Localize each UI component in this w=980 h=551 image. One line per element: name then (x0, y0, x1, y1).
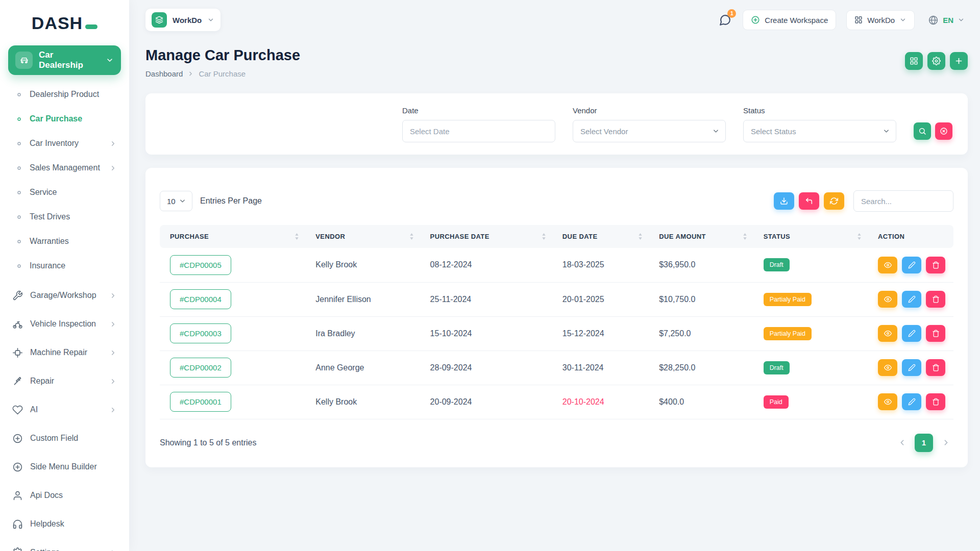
sidebar-item-side-menu-builder[interactable]: Side Menu Builder (0, 453, 129, 481)
sidebar-item-car-inventory[interactable]: Car Inventory (0, 131, 129, 156)
view-button[interactable] (878, 257, 897, 273)
chevron-right-icon (109, 292, 117, 299)
language-selector[interactable]: EN (925, 14, 968, 26)
column-header-due-amount[interactable]: DUE AMOUNT (651, 225, 755, 248)
date-filter-input[interactable] (402, 120, 555, 142)
sidebar-item-test-drives[interactable]: Test Drives (0, 205, 129, 229)
edit-button[interactable] (902, 257, 921, 273)
sidebar-item-sales-management[interactable]: Sales Management (0, 156, 129, 180)
messages-button[interactable]: 1 (717, 12, 732, 28)
undo-button[interactable] (799, 192, 819, 210)
eye-icon (884, 330, 892, 337)
entries-per-page-select[interactable]: 10 (160, 191, 192, 211)
refresh-button[interactable] (824, 192, 844, 210)
clear-filter-button[interactable] (935, 122, 952, 140)
due-date-cell: 20-01-2025 (554, 282, 651, 316)
status-badge: Partialy Paid (764, 293, 812, 306)
purchase-table-card: 10 Entries Per Page (145, 168, 968, 467)
add-purchase-button[interactable] (950, 52, 968, 70)
sort-icon (295, 233, 299, 240)
action-cell (870, 248, 953, 282)
sidebar-item-label: Machine Repair (30, 348, 87, 357)
sidebar-item-label: Garage/Workshop (30, 291, 96, 300)
edit-button[interactable] (902, 359, 921, 376)
purchase-cell: #CDP00004 (160, 282, 307, 316)
column-header-status[interactable]: STATUS (755, 225, 870, 248)
column-header-due-date[interactable]: DUE DATE (554, 225, 651, 248)
column-header-purchase[interactable]: PURCHASE (160, 225, 307, 248)
view-button[interactable] (878, 291, 897, 308)
status-filter-select[interactable]: Select Status (743, 120, 896, 142)
pagination: 1 (894, 434, 953, 452)
brand-logo[interactable]: DASH (0, 0, 129, 39)
sidebar-item-machine-repair[interactable]: Machine Repair (0, 338, 129, 367)
circle-icon (16, 116, 22, 122)
sidebar-item-vehicle-inspection[interactable]: Vehicle Inspection (0, 310, 129, 338)
status-badge: Draft (764, 361, 790, 374)
sidebar-item-insurance[interactable]: Insurance (0, 254, 129, 278)
sidebar-item-api-docs[interactable]: Api Docs (0, 481, 129, 510)
sidebar-item-repair[interactable]: Repair (0, 367, 129, 395)
purchase-number-button[interactable]: #CDP00002 (170, 358, 231, 378)
sidebar-item-dealership-product[interactable]: Dealership Product (0, 82, 129, 107)
delete-button[interactable] (926, 393, 945, 410)
apply-filter-button[interactable] (914, 122, 931, 140)
sidebar-item-service[interactable]: Service (0, 180, 129, 205)
export-button[interactable] (774, 192, 794, 210)
sidebar-item-label: AI (30, 405, 38, 414)
page-number-button[interactable]: 1 (915, 434, 933, 452)
workspace-switcher[interactable]: WorkDo (145, 9, 220, 31)
prev-page-button[interactable] (894, 435, 910, 450)
sidebar-item-settings[interactable]: Settings (0, 538, 129, 551)
edit-button[interactable] (902, 393, 921, 410)
purchase-number-button[interactable]: #CDP00003 (170, 323, 231, 343)
sidebar-item-warranties[interactable]: Warranties (0, 229, 129, 254)
delete-button[interactable] (926, 359, 945, 376)
main-content: WorkDo 1 Create Workspace (129, 0, 980, 551)
view-button[interactable] (878, 393, 897, 410)
sidebar-item-label: Settings (30, 548, 60, 551)
page-actions (905, 52, 968, 70)
sidebar-group-car-dealership[interactable]: Car Dealership (8, 45, 121, 75)
table-search-input[interactable] (853, 190, 953, 212)
sidebar-item-custom-field[interactable]: Custom Field (0, 424, 129, 453)
purchase-cell: #CDP00002 (160, 350, 307, 385)
view-button[interactable] (878, 325, 897, 342)
purchase-date-cell: 20-09-2024 (422, 385, 554, 419)
pencil-icon (908, 364, 916, 371)
purchase-number-button[interactable]: #CDP00005 (170, 255, 231, 275)
undo-arrow-icon (805, 197, 813, 205)
delete-button[interactable] (926, 325, 945, 342)
sidebar-item-label: Car Purchase (30, 114, 82, 123)
sidebar-item-garage-workshop[interactable]: Garage/Workshop (0, 281, 129, 310)
sidebar-item-helpdesk[interactable]: Helpdesk (0, 510, 129, 538)
due-date-cell: 30-11-2024 (554, 350, 651, 385)
workdo-menu-button[interactable]: WorkDo (846, 10, 915, 30)
next-page-button[interactable] (938, 435, 953, 450)
user-icon (12, 490, 23, 501)
edit-button[interactable] (902, 291, 921, 308)
purchase-number-button[interactable]: #CDP00001 (170, 392, 231, 412)
create-workspace-button[interactable]: Create Workspace (743, 10, 836, 30)
column-header-vendor[interactable]: VENDOR (307, 225, 422, 248)
chevron-right-icon (109, 378, 117, 385)
delete-button[interactable] (926, 257, 945, 273)
view-button[interactable] (878, 359, 897, 376)
circle-icon (16, 165, 22, 171)
breadcrumb-dashboard-link[interactable]: Dashboard (145, 69, 183, 78)
vendor-filter-select[interactable]: Select Vendor (573, 120, 726, 142)
column-header-purchase-date[interactable]: PURCHASE DATE (422, 225, 554, 248)
sidebar-item-car-purchase[interactable]: Car Purchase (0, 107, 129, 131)
sort-icon (743, 233, 747, 240)
purchase-number-button[interactable]: #CDP00004 (170, 289, 231, 309)
sidebar-item-label: Custom Field (30, 434, 78, 443)
grid-view-button[interactable] (905, 52, 923, 70)
sidebar-item-ai[interactable]: AI (0, 395, 129, 424)
page-settings-button[interactable] (927, 52, 945, 70)
status-badge: Partialy Paid (764, 327, 812, 340)
delete-button[interactable] (926, 291, 945, 308)
edit-button[interactable] (902, 325, 921, 342)
sidebar-item-label: Dealership Product (30, 90, 99, 99)
sidebar-item-label: Test Drives (30, 212, 70, 221)
trash-icon (932, 261, 940, 269)
